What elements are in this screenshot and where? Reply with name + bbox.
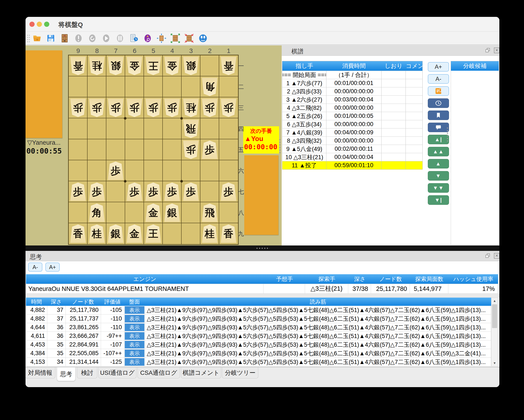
- shogi-piece-金[interactable]: 金: [126, 57, 142, 75]
- shogi-piece-銀[interactable]: 銀: [108, 57, 124, 75]
- board-enlarge-icon[interactable]: [170, 33, 180, 43]
- shogi-piece-歩[interactable]: 歩: [89, 99, 105, 117]
- shogi-piece-桂[interactable]: 桂: [89, 224, 105, 243]
- board-cell[interactable]: [144, 118, 163, 139]
- board-pan-icon[interactable]: [157, 33, 166, 43]
- shogi-piece-桂[interactable]: 桂: [202, 224, 218, 243]
- shogi-piece-銀[interactable]: 銀: [108, 224, 124, 243]
- nav-forward-button[interactable]: ▼: [428, 171, 449, 181]
- save-icon[interactable]: [46, 33, 56, 43]
- horizontal-splitter[interactable]: [26, 245, 499, 251]
- shogi-piece-歩[interactable]: 歩: [126, 183, 142, 201]
- show-board-button[interactable]: 表示: [125, 332, 144, 340]
- tab-思考[interactable]: 思考: [57, 367, 75, 381]
- board-cell[interactable]: [163, 76, 182, 97]
- kifu-row[interactable]: 8 △3四飛(32)00:00/00:00:00: [282, 136, 422, 145]
- board-cell[interactable]: [69, 202, 87, 223]
- toolbar-grip[interactable]: [27, 34, 30, 42]
- shogi-piece-銀[interactable]: 銀: [164, 204, 180, 222]
- board-cell[interactable]: [182, 202, 201, 223]
- shogi-piece-歩[interactable]: 歩: [145, 183, 161, 201]
- board-cell[interactable]: [219, 160, 238, 181]
- board-cell[interactable]: [144, 76, 163, 97]
- shogi-piece-王[interactable]: 王: [145, 57, 161, 75]
- board-setup-icon[interactable]: [60, 33, 70, 43]
- shogi-piece-飛[interactable]: 飛: [183, 120, 199, 138]
- board-cell[interactable]: [201, 118, 219, 139]
- shogi-piece-歩[interactable]: 歩: [164, 183, 180, 201]
- shogi-piece-歩[interactable]: 歩: [220, 99, 236, 117]
- board-cell[interactable]: [219, 76, 238, 97]
- shogi-piece-歩[interactable]: 歩: [220, 183, 236, 201]
- shogi-piece-飛[interactable]: 飛: [202, 204, 218, 222]
- board-cell[interactable]: [69, 118, 87, 139]
- shogi-piece-歩[interactable]: 歩: [126, 99, 142, 117]
- show-board-button[interactable]: 表示: [125, 306, 144, 314]
- kifu-row[interactable]: 4 △3二飛(82)00:00/00:00:00: [282, 104, 422, 112]
- close-window-button[interactable]: [29, 22, 35, 27]
- shogi-piece-歩[interactable]: 歩: [89, 183, 105, 201]
- board-cell[interactable]: [69, 76, 87, 97]
- shogi-piece-桂[interactable]: 桂: [183, 99, 199, 117]
- board-cell[interactable]: [87, 139, 106, 160]
- board-cell[interactable]: [125, 160, 144, 181]
- restore-panel-icon[interactable]: [485, 48, 490, 53]
- shogi-piece-歩[interactable]: 歩: [145, 99, 161, 117]
- shogi-piece-歩[interactable]: 歩: [70, 99, 86, 117]
- kifu-row[interactable]: 1 ▲7六歩(77)00:01/00:00:01: [282, 79, 422, 87]
- shogi-piece-金[interactable]: 金: [145, 204, 161, 222]
- shogi-piece-歩[interactable]: 歩: [202, 141, 218, 159]
- shogi-piece-歩[interactable]: 歩: [108, 161, 124, 180]
- record-icon[interactable]: [87, 33, 97, 43]
- tab-USI通信ログ[interactable]: USI通信ログ: [98, 367, 136, 378]
- board-cell[interactable]: [163, 223, 182, 244]
- kifu-row[interactable]: 11 ▲投了00:59/00:01:10: [282, 161, 422, 169]
- engine-face-icon[interactable]: [198, 33, 208, 43]
- analysis-icon[interactable]: [143, 33, 153, 43]
- close-panel-icon[interactable]: ×: [494, 48, 499, 53]
- tab-分岐ツリー[interactable]: 分岐ツリー: [222, 367, 258, 378]
- shogi-piece-歩[interactable]: 歩: [202, 99, 218, 117]
- board-cell[interactable]: [219, 118, 238, 139]
- shogi-piece-角[interactable]: 角: [89, 204, 105, 222]
- board-cell[interactable]: [201, 55, 219, 76]
- board-cell[interactable]: [182, 160, 201, 181]
- shogi-piece-歩[interactable]: 歩: [164, 99, 180, 117]
- nav-last-button[interactable]: ▼|: [428, 195, 449, 205]
- move-list-icon[interactable]: [129, 33, 139, 43]
- board-cell[interactable]: [182, 76, 201, 97]
- board-cell[interactable]: [87, 76, 106, 97]
- kifu-row[interactable]: === 開始局面 ===（1手 / 合計）: [282, 71, 422, 79]
- board-cell[interactable]: [219, 139, 238, 160]
- shogi-piece-香[interactable]: 香: [220, 57, 236, 75]
- shogi-piece-歩[interactable]: 歩: [108, 99, 124, 117]
- play-icon[interactable]: [101, 33, 111, 43]
- shogi-piece-香[interactable]: 香: [220, 224, 236, 243]
- board-cell[interactable]: [69, 160, 87, 181]
- shogi-piece-歩[interactable]: 歩: [183, 183, 199, 201]
- comment-toggle-button[interactable]: [428, 123, 449, 132]
- shogi-piece-桂[interactable]: 桂: [89, 57, 105, 75]
- board-cell[interactable]: [144, 160, 163, 181]
- stop-icon[interactable]: [73, 33, 83, 43]
- show-board-button[interactable]: 表示: [125, 358, 144, 366]
- shogi-piece-金[interactable]: 金: [164, 57, 180, 75]
- scroll-up-icon[interactable]: ▲: [491, 298, 498, 304]
- sente-piece-stand[interactable]: [244, 155, 279, 235]
- shogi-piece-角[interactable]: 角: [202, 78, 218, 96]
- shogi-piece-金[interactable]: 金: [126, 224, 142, 243]
- board-cell[interactable]: [163, 160, 182, 181]
- board-cell[interactable]: [201, 181, 219, 202]
- nav-back-10-button[interactable]: ▲▲: [428, 147, 449, 156]
- show-board-button[interactable]: 表示: [125, 315, 144, 322]
- board-cell[interactable]: [163, 139, 182, 160]
- tab-検討[interactable]: 検討: [77, 367, 97, 378]
- font-smaller-button[interactable]: A-: [428, 74, 449, 84]
- shogi-piece-銀[interactable]: 銀: [183, 57, 199, 75]
- board-cell[interactable]: [106, 139, 125, 160]
- board-cell[interactable]: [125, 76, 144, 97]
- bookmark-list-button[interactable]: [428, 86, 449, 96]
- pause-icon[interactable]: [115, 33, 125, 43]
- kifu-row[interactable]: 9 ▲5八金(49)00:02/00:00:11: [282, 145, 422, 153]
- kifu-row[interactable]: 7 ▲4八銀(39)00:04/00:00:09: [282, 128, 422, 136]
